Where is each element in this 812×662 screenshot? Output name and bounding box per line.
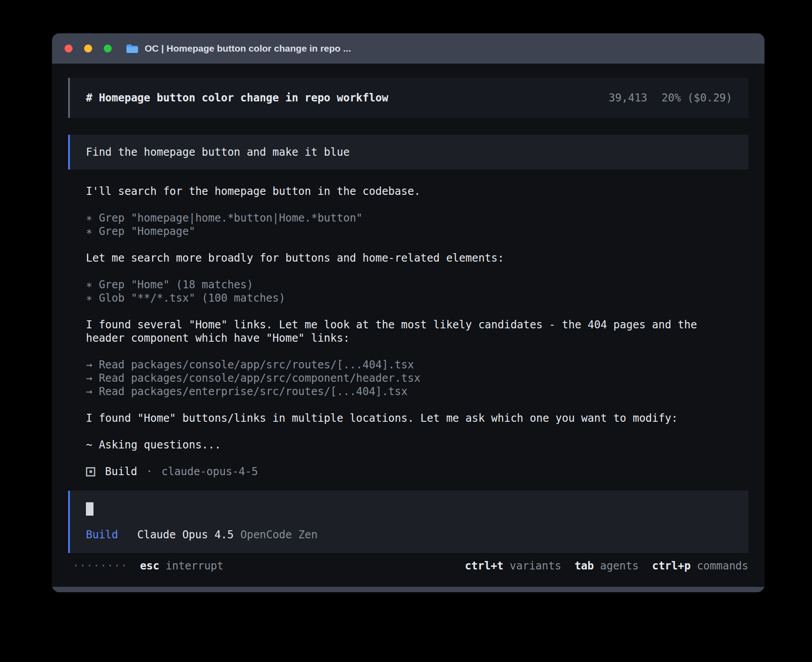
- shortcut-label: variants: [510, 559, 561, 573]
- activity-dots: ········: [73, 559, 128, 573]
- agent-mode-label: Build: [86, 528, 118, 541]
- shortcut-label: commands: [697, 559, 748, 573]
- zoom-button[interactable]: [104, 44, 112, 52]
- agent-icon: [86, 467, 95, 476]
- terminal-window: OC | Homepage button color change in rep…: [52, 33, 764, 592]
- tool-call-read: → Read packages/console/app/src/componen…: [86, 371, 731, 385]
- window-title: OC | Homepage button color change in rep…: [145, 43, 351, 54]
- shortcut-agents: tab agents: [575, 559, 639, 573]
- folder-icon: [126, 44, 138, 53]
- tool-call-grep: ∗ Grep "homepage|home.*button|Home.*butt…: [86, 211, 731, 225]
- session-header: # Homepage button color change in repo w…: [68, 78, 748, 118]
- shortcut-key: tab: [575, 559, 594, 573]
- esc-key: esc: [140, 559, 159, 573]
- context-usage: 20% ($0.29): [662, 92, 732, 104]
- status-bar: ········ esc interrupt ctrl+t variants t…: [68, 559, 748, 573]
- assistant-text: Let me search more broadly for buttons a…: [86, 251, 731, 265]
- minimize-button[interactable]: [84, 44, 92, 52]
- status-right: ctrl+t variants tab agents ctrl+p comman…: [465, 559, 748, 573]
- esc-shortcut: esc interrupt: [140, 559, 223, 573]
- provider-name: OpenCode Zen: [240, 528, 317, 541]
- shortcut-variants: ctrl+t variants: [465, 559, 561, 573]
- terminal-content: # Homepage button color change in repo w…: [52, 64, 764, 587]
- session-stats: 39,413 20% ($0.29): [609, 92, 732, 104]
- shortcut-commands: ctrl+p commands: [652, 559, 748, 573]
- separator-dot: ·: [146, 465, 152, 478]
- tool-call-read: → Read packages/console/app/src/routes/[…: [86, 358, 731, 371]
- user-message-text: Find the homepage button and make it blu…: [86, 146, 349, 158]
- prompt-input[interactable]: Build Claude Opus 4.5 OpenCode Zen: [68, 491, 748, 553]
- tool-call-glob: ∗ Glob "**/*.tsx" (100 matches): [86, 291, 731, 305]
- shortcut-key: ctrl+p: [652, 559, 691, 573]
- agent-name: Build: [105, 465, 137, 478]
- shortcut-label: agents: [600, 559, 639, 573]
- window-controls: [65, 44, 112, 52]
- tool-call-grep: ∗ Grep "Home" (18 matches): [86, 278, 731, 291]
- close-button[interactable]: [65, 44, 73, 52]
- assistant-status: ~ Asking questions...: [86, 438, 731, 452]
- status-left: ········ esc interrupt: [73, 559, 223, 573]
- assistant-text: I found several "Home" links. Let me loo…: [86, 318, 731, 345]
- agent-status-line: Build · claude-opus-4-5: [86, 465, 731, 478]
- assistant-text: I'll search for the homepage button in t…: [86, 185, 731, 198]
- assistant-output: I'll search for the homepage button in t…: [68, 185, 748, 478]
- model-name: Claude Opus 4.5: [137, 528, 234, 541]
- assistant-text: I found "Home" buttons/links in multiple…: [86, 412, 731, 425]
- tool-call-group: → Read packages/console/app/src/routes/[…: [86, 358, 731, 398]
- titlebar[interactable]: OC | Homepage button color change in rep…: [52, 33, 764, 64]
- tool-call-grep: ∗ Grep "Homepage": [86, 225, 731, 238]
- token-count: 39,413: [609, 92, 647, 104]
- agent-model: claude-opus-4-5: [162, 465, 258, 478]
- session-title: # Homepage button color change in repo w…: [86, 92, 388, 104]
- tool-call-read: → Read packages/enterprise/src/routes/[.…: [86, 385, 731, 398]
- user-message: Find the homepage button and make it blu…: [68, 135, 748, 170]
- esc-label: interrupt: [166, 559, 223, 573]
- tool-call-group: ∗ Grep "Home" (18 matches) ∗ Glob "**/*.…: [86, 278, 731, 305]
- shortcut-key: ctrl+t: [465, 559, 503, 573]
- text-cursor: [86, 502, 93, 516]
- input-meta: Build Claude Opus 4.5 OpenCode Zen: [86, 528, 732, 541]
- tool-call-group: ∗ Grep "homepage|home.*button|Home.*butt…: [86, 211, 731, 238]
